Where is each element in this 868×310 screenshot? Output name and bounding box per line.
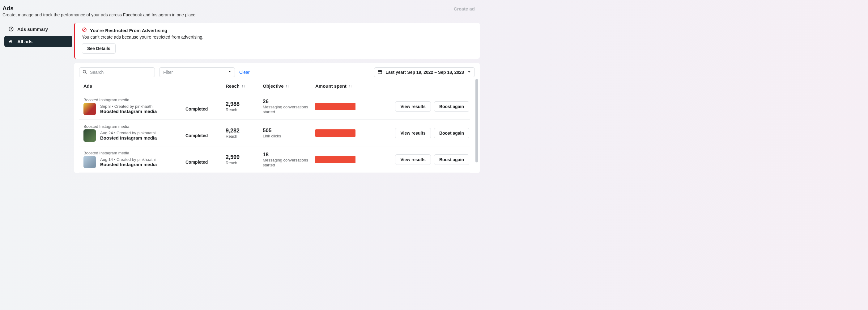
ad-title: Boosted Instagram media (100, 162, 157, 167)
amount-spent-redacted (315, 156, 355, 163)
amount-spent-redacted (315, 103, 355, 110)
page-subtitle: Create, manage and track the performance… (2, 12, 196, 17)
view-results-button[interactable]: View results (395, 128, 431, 138)
table-row[interactable]: Boosted Instagram media Aug 14 • Created… (79, 146, 470, 173)
objective-sublabel: Link clicks (263, 134, 315, 139)
objective-value: 505 (263, 128, 315, 134)
reach-value: 2,599 (226, 154, 263, 161)
notice-body: You can't create ads because you're rest… (82, 35, 473, 39)
restriction-notice: You're Restricted From Advertising You c… (74, 23, 480, 59)
col-header-objective[interactable]: Objective ↑↓ (263, 83, 315, 89)
col-header-amount[interactable]: Amount spent ↑↓ (315, 83, 368, 89)
scrollbar[interactable] (475, 79, 478, 173)
table-row[interactable]: Boosted Instagram media Aug 24 • Created… (79, 120, 470, 146)
ad-thumbnail (84, 156, 96, 168)
view-results-button[interactable]: View results (395, 154, 431, 165)
caret-down-icon (467, 70, 471, 75)
ad-title: Boosted Instagram media (100, 135, 157, 140)
objective-sublabel: Messaging conversations started (263, 105, 315, 114)
ad-thumbnail (84, 103, 96, 115)
objective-sublabel: Messaging conversations started (263, 158, 315, 167)
sidebar-item-label: All ads (17, 39, 32, 44)
calendar-icon (377, 69, 382, 75)
create-ad-button[interactable]: Create ad (452, 5, 477, 13)
table-header-row: Ads Reach ↑↓ Objective ↑↓ Amount spent ↑… (79, 77, 470, 93)
ad-group-label: Boosted Instagram media (84, 151, 226, 155)
search-icon (82, 69, 87, 76)
ad-group-label: Boosted Instagram media (84, 124, 226, 129)
amount-spent-redacted (315, 129, 355, 137)
toolbar: Filter Clear Last year: Sep 19, 2022 – S… (79, 67, 477, 77)
notice-title: You're Restricted From Advertising (90, 28, 167, 33)
svg-point-1 (11, 29, 11, 29)
caret-down-icon (227, 69, 232, 75)
ad-meta: Sep 8 • Created by pinkhaathi (100, 104, 157, 109)
objective-value: 18 (263, 151, 315, 158)
col-header-ads[interactable]: Ads (84, 83, 226, 89)
status-badge: Completed (185, 160, 208, 165)
boost-again-button[interactable]: Boost again (434, 101, 469, 112)
ad-thumbnail (84, 129, 96, 142)
svg-rect-2 (9, 42, 10, 43)
ad-meta: Aug 14 • Created by pinkhaathi (100, 157, 157, 162)
view-results-button[interactable]: View results (395, 101, 431, 112)
ads-panel: Filter Clear Last year: Sep 19, 2022 – S… (74, 63, 480, 173)
sort-icon: ↑↓ (286, 84, 289, 88)
reach-sublabel: Reach (226, 107, 263, 112)
gauge-icon (7, 26, 15, 32)
boost-again-button[interactable]: Boost again (434, 154, 469, 165)
restricted-icon (82, 27, 87, 33)
objective-value: 26 (263, 99, 315, 105)
reach-sublabel: Reach (226, 161, 263, 165)
table-row[interactable]: Boosted Instagram media Sep 8 • Created … (79, 93, 470, 120)
svg-rect-7 (378, 70, 382, 74)
sort-icon: ↑↓ (241, 84, 245, 88)
megaphone-icon (7, 39, 15, 44)
page-header: Ads Create, manage and track the perform… (2, 3, 480, 23)
boost-again-button[interactable]: Boost again (434, 128, 469, 138)
ad-group-label: Boosted Instagram media (84, 98, 226, 102)
search-input[interactable] (79, 67, 155, 77)
sidebar-item-all-ads[interactable]: All ads (4, 36, 72, 47)
ad-title: Boosted Instagram media (100, 109, 157, 114)
status-badge: Completed (185, 106, 208, 111)
reach-value: 9,282 (226, 128, 263, 134)
date-range-label: Last year: Sep 19, 2022 – Sep 18, 2023 (385, 70, 464, 75)
filter-dropdown[interactable]: Filter (159, 67, 235, 77)
reach-sublabel: Reach (226, 134, 263, 139)
ad-meta: Aug 24 • Created by pinkhaathi (100, 131, 157, 135)
scrollbar-thumb[interactable] (475, 79, 478, 163)
svg-line-6 (85, 73, 86, 73)
sidebar-item-ads-summary[interactable]: Ads summary (4, 24, 72, 35)
sidebar-item-label: Ads summary (17, 27, 48, 32)
page-title: Ads (2, 5, 196, 12)
sidebar: Ads summary All ads (2, 23, 74, 47)
see-details-button[interactable]: See Details (82, 43, 116, 54)
date-range-picker[interactable]: Last year: Sep 19, 2022 – Sep 18, 2023 (374, 67, 475, 77)
svg-line-4 (83, 28, 86, 31)
status-badge: Completed (185, 133, 208, 138)
sort-icon: ↑↓ (348, 84, 352, 88)
col-header-reach[interactable]: Reach ↑↓ (226, 83, 263, 89)
reach-value: 2,988 (226, 101, 263, 107)
clear-link[interactable]: Clear (239, 70, 249, 75)
